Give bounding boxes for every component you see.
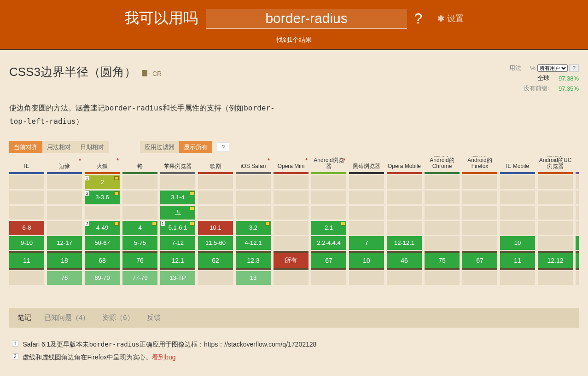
support-cell[interactable]: 5-75 — [122, 236, 157, 250]
support-cell — [538, 191, 573, 204]
support-cell[interactable]: 10 — [349, 251, 384, 270]
support-cell[interactable]: 12-12.1 — [387, 236, 422, 250]
support-cell[interactable]: 67 — [462, 251, 497, 270]
support-cell — [274, 175, 309, 189]
search-input[interactable] — [219, 11, 394, 26]
support-cell[interactable]: 76 — [122, 251, 157, 270]
support-cell[interactable]: 68 — [85, 251, 120, 270]
support-cell[interactable]: 3.2 — [236, 221, 271, 235]
support-cell[interactable]: 3-3.62 — [85, 191, 120, 204]
showall-button[interactable]: 显示所有 — [179, 141, 212, 153]
support-cell[interactable]: 12.12 — [538, 251, 573, 270]
support-cell[interactable]: 67 — [311, 251, 346, 270]
support-cell[interactable]: 13-TP — [160, 271, 195, 285]
support-cell[interactable]: 10.1 — [198, 221, 233, 235]
support-cell — [122, 206, 157, 220]
browser-name: IE — [9, 156, 44, 171]
support-cell[interactable]: 五 — [160, 206, 195, 220]
filter-button[interactable]: 应用过滤器 — [140, 141, 179, 153]
support-cell[interactable]: 75 — [425, 251, 460, 270]
browser-color-bar — [9, 172, 44, 174]
support-cell — [274, 221, 309, 235]
browser-column: Android浏览器2.12.2-4.4.467 — [311, 156, 346, 285]
support-cell — [425, 236, 460, 250]
usage-select[interactable]: 所有用户 — [537, 64, 568, 72]
browser-column: Opera Mobile12-12.146 — [387, 156, 422, 285]
support-cell — [576, 191, 579, 204]
support-cell[interactable]: 4-8 — [576, 236, 579, 250]
controls-help-button[interactable]: ? — [217, 142, 229, 152]
support-table-scroll[interactable]: IE6-89-1011边缘12-171876火狐223-3.624-49250-… — [9, 156, 579, 289]
support-cell[interactable]: 4-12.1 — [236, 236, 271, 250]
support-cell[interactable]: 3.1-4 — [160, 191, 195, 204]
support-cell[interactable]: 7-12 — [160, 236, 195, 250]
cell-note-badge: 2 — [85, 191, 89, 196]
browser-color-bar — [500, 172, 535, 174]
support-cell[interactable]: 2.2-4.4.4 — [311, 236, 346, 250]
support-cell[interactable]: 69-70 — [85, 271, 120, 285]
support-cell[interactable]: 所有 — [274, 251, 309, 270]
bug-link[interactable]: 看到bug — [152, 353, 175, 361]
support-cell — [538, 271, 573, 285]
tab-notes[interactable]: 笔记 — [17, 313, 31, 322]
support-cell — [47, 221, 82, 235]
support-cell — [538, 175, 573, 189]
view-usage-button[interactable]: 用法相对 — [42, 141, 76, 153]
tab-feedback[interactable]: 反馈 — [147, 313, 161, 322]
support-cell[interactable]: 7 — [349, 236, 384, 250]
support-cell[interactable]: 4-492 — [85, 221, 120, 235]
browser-name: 适用于Android的Firefox — [462, 156, 497, 171]
support-cell[interactable]: 46 — [387, 251, 422, 270]
support-cell — [576, 206, 579, 220]
view-date-button[interactable]: 日期相对 — [76, 141, 109, 153]
browser-color-bar — [236, 172, 271, 174]
support-cell — [425, 206, 460, 220]
support-cell[interactable]: 6-8 — [9, 221, 44, 235]
settings-link[interactable]: 设置 — [436, 13, 464, 24]
search-wrap — [206, 9, 407, 29]
browser-name: Opera Mobile — [387, 156, 422, 171]
browser-column: IE Mobile1011 — [500, 156, 535, 285]
support-cell[interactable]: 2.1 — [311, 221, 346, 235]
noprefix-pct: 97.35% — [559, 85, 579, 92]
support-cell[interactable]: 50-67 — [85, 236, 120, 250]
support-cell[interactable]: 13 — [236, 271, 271, 285]
tab-issues[interactable]: 已知问题（4） — [44, 313, 89, 322]
note-sup-2: 2 — [12, 353, 18, 359]
support-cell[interactable]: 11.5-60 — [198, 236, 233, 250]
support-cell[interactable]: 12.1 — [160, 251, 195, 270]
support-cell[interactable]: 22 — [85, 175, 120, 189]
support-cell[interactable]: 77-79 — [122, 271, 157, 285]
support-cell[interactable]: 9.2 — [576, 251, 579, 270]
support-cell[interactable]: 62 — [198, 251, 233, 270]
support-cell — [349, 221, 384, 235]
support-cell — [274, 191, 309, 204]
support-cell — [387, 175, 422, 189]
support-cell — [9, 175, 44, 189]
tab-resources[interactable]: 资源（6） — [102, 313, 134, 322]
support-cell[interactable]: 5.1-6.11 — [160, 221, 195, 235]
support-cell[interactable]: 11 — [9, 251, 44, 270]
support-cell — [85, 206, 120, 220]
browser-color-bar — [122, 172, 157, 174]
support-cell — [387, 191, 422, 204]
support-cell — [274, 271, 309, 285]
header: 我可以用吗 ? 设置 找到1个结果 — [0, 0, 588, 50]
pct-symbol: % — [530, 64, 536, 71]
view-current-button[interactable]: 当前对齐 — [9, 141, 42, 153]
support-cell[interactable]: 4 — [122, 221, 157, 235]
feature-heading: CSS3边界半径（圆角） - CR — [9, 64, 162, 80]
cell-note-badge: 1 — [161, 221, 165, 226]
support-cell[interactable]: 12-17 — [47, 236, 82, 250]
result-count: 找到1个结果 — [0, 36, 588, 44]
support-cell[interactable]: 18 — [47, 251, 82, 270]
support-cell[interactable]: 11 — [500, 251, 535, 270]
support-table: IE6-89-1011边缘12-171876火狐223-3.624-49250-… — [9, 156, 579, 285]
support-cell[interactable]: 9-10 — [9, 236, 44, 250]
support-cell[interactable]: 12.3 — [236, 251, 271, 270]
support-cell[interactable]: 76 — [47, 271, 82, 285]
support-cell — [425, 191, 460, 204]
support-cell[interactable]: 10 — [500, 236, 535, 250]
support-cell — [500, 206, 535, 220]
usage-help-button[interactable]: ? — [569, 64, 579, 72]
